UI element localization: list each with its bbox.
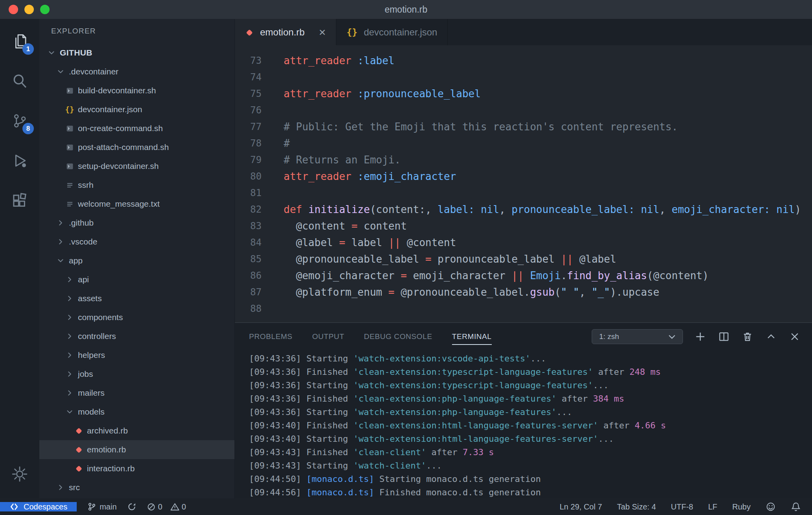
- tab-label: emotion.rb: [260, 27, 304, 38]
- tree-file-devcontainer.json[interactable]: {}devcontainer.json: [39, 100, 234, 119]
- tree-folder-jobs[interactable]: jobs: [39, 365, 234, 383]
- warnings-icon: [170, 502, 179, 511]
- explorer-badge: 1: [22, 43, 34, 55]
- feedback-smiley-button[interactable]: [766, 502, 776, 512]
- sync-button[interactable]: [127, 502, 137, 511]
- panel-tab-debug-console[interactable]: DEBUG CONSOLE: [364, 323, 432, 350]
- code-line-73: 73attr_reader :label: [235, 52, 812, 69]
- tree-folder-.devcontainer[interactable]: .devcontainer: [39, 62, 234, 81]
- tree-folder-helpers[interactable]: helpers: [39, 346, 234, 365]
- code-text: @pronounceable_label = pronounceable_lab…: [284, 251, 616, 267]
- language-indicator[interactable]: Ruby: [732, 502, 751, 511]
- tree-item-label: .devcontainer: [69, 67, 118, 76]
- line-number: 84: [235, 234, 262, 251]
- encoding-indicator[interactable]: UTF-8: [671, 502, 693, 511]
- kill-terminal-button[interactable]: [741, 330, 754, 343]
- code-text: def initialize(content:, label: nil, pro…: [284, 201, 801, 218]
- tree-file-post-attach-command.sh[interactable]: post-attach-command.sh: [39, 138, 234, 157]
- panel-tab-output[interactable]: OUTPUT: [312, 323, 344, 350]
- tree-folder-controllers[interactable]: controllers: [39, 327, 234, 346]
- tree-file-setup-devcontainer.sh[interactable]: setup-devcontainer.sh: [39, 157, 234, 176]
- activity-bar: 18: [0, 19, 39, 498]
- tree-file-archived.rb[interactable]: archived.rb: [39, 421, 234, 440]
- cursor-position[interactable]: Ln 29, Col 7: [559, 502, 602, 511]
- source-control-activity-button[interactable]: 8: [0, 101, 39, 141]
- tree-file-build-devcontainer.sh[interactable]: build-devcontainer.sh: [39, 81, 234, 100]
- settings-gear-button[interactable]: [0, 458, 39, 490]
- ruby-file-icon: [73, 465, 85, 473]
- branch-name: main: [100, 502, 116, 511]
- code-line-74: 74: [235, 69, 812, 85]
- tree-item-label: post-attach-command.sh: [78, 143, 169, 152]
- problems-indicator[interactable]: 0 0: [147, 502, 186, 511]
- titlebar: emotion.rb: [0, 0, 812, 19]
- terminal-output[interactable]: [09:43:36] Starting 'watch-extension:vsc…: [235, 350, 812, 498]
- tree-folder-assets[interactable]: assets: [39, 289, 234, 308]
- tree-file-on-create-command.sh[interactable]: on-create-command.sh: [39, 119, 234, 138]
- tree-folder-api[interactable]: api: [39, 270, 234, 289]
- search-activity-button[interactable]: [0, 61, 39, 101]
- tab-label: devcontainer.json: [364, 27, 437, 38]
- tree-folder-.github[interactable]: .github: [39, 213, 234, 232]
- maximize-panel-button[interactable]: [765, 330, 777, 343]
- tree-folder-components[interactable]: components: [39, 308, 234, 327]
- terminal-line: [09:43:36] Starting 'watch-extension:vsc…: [249, 352, 812, 365]
- panel-tab-terminal[interactable]: TERMINAL: [452, 323, 492, 350]
- tree-item-label: build-devcontainer.sh: [78, 86, 156, 95]
- terminal-line: [09:43:36] Starting 'watch-extension:typ…: [249, 379, 812, 392]
- notifications-bell-button[interactable]: [791, 502, 801, 512]
- tree-folder-src[interactable]: src: [39, 478, 234, 497]
- close-tab-icon[interactable]: ×: [319, 26, 326, 38]
- minimize-window-button[interactable]: [24, 5, 34, 14]
- code-text: # Returns an Emoji.: [284, 152, 400, 168]
- panel-tab-problems[interactable]: PROBLEMS: [249, 323, 292, 350]
- terminal-shell-select[interactable]: 1: zsh: [592, 329, 683, 344]
- chevron-down-icon: [64, 408, 76, 416]
- codespaces-remote-button[interactable]: Codespaces: [0, 502, 77, 511]
- code-line-80: 80attr_reader :emoji_character: [235, 168, 812, 185]
- line-number: 73: [235, 52, 262, 69]
- panel-tabs: PROBLEMSOUTPUTDEBUG CONSOLETERMINAL: [249, 323, 492, 350]
- chevron-right-icon: [55, 483, 66, 492]
- tree-folder-.vscode[interactable]: .vscode: [39, 232, 234, 251]
- code-line-75: 75attr_reader :pronounceable_label: [235, 85, 812, 102]
- tree-root-github[interactable]: GITHUB: [39, 43, 234, 62]
- terminal-line: [09:44:50] [monaco.d.ts] Starting monaco…: [249, 472, 812, 486]
- chevron-right-icon: [64, 275, 76, 284]
- split-terminal-button[interactable]: [718, 330, 730, 343]
- indentation-indicator[interactable]: Tab Size: 4: [617, 502, 656, 511]
- tree-file-emotion.rb[interactable]: emotion.rb: [39, 440, 234, 459]
- tree-file-welcome_message.txt[interactable]: welcome_message.txt: [39, 195, 234, 213]
- new-terminal-button[interactable]: [694, 330, 707, 343]
- ruby-file-icon: [245, 28, 254, 37]
- code-text: #: [284, 135, 290, 152]
- editor-tab-emotion.rb[interactable]: emotion.rb×: [235, 19, 336, 45]
- tree-folder-models[interactable]: models: [39, 402, 234, 421]
- tree-item-label: src: [69, 483, 80, 492]
- tree-file-interaction.rb[interactable]: interaction.rb: [39, 459, 234, 478]
- shell-select-value: 1: zsh: [599, 332, 619, 341]
- tree-folder-app[interactable]: app: [39, 251, 234, 270]
- chevron-down-icon: [55, 67, 66, 76]
- code-editor[interactable]: 73attr_reader :label7475attr_reader :pro…: [235, 45, 812, 322]
- code-text: # Public: Get the Emoji that this reacti…: [284, 119, 678, 135]
- code-line-85: 85 @pronounceable_label = pronounceable_…: [235, 251, 812, 267]
- tree-item-label: .vscode: [69, 237, 97, 246]
- zoom-window-button[interactable]: [40, 5, 50, 14]
- branch-indicator[interactable]: main: [87, 502, 116, 511]
- close-window-button[interactable]: [9, 5, 18, 14]
- tree-folder-mailers[interactable]: mailers: [39, 383, 234, 402]
- warning-count: 0: [182, 502, 186, 511]
- tree-item-label: archived.rb: [87, 426, 128, 435]
- code-line-76: 76: [235, 102, 812, 119]
- close-panel-button[interactable]: [788, 330, 801, 343]
- tree-file-ssrh[interactable]: ssrh: [39, 176, 234, 195]
- eol-indicator[interactable]: LF: [708, 502, 717, 511]
- terminal-line: [09:43:36] Starting 'watch-extension:php…: [249, 406, 812, 419]
- source-control-badge: 8: [22, 123, 34, 134]
- editor-tab-devcontainer.json[interactable]: {}devcontainer.json: [336, 19, 448, 45]
- explorer-activity-button[interactable]: 1: [0, 21, 39, 61]
- ruby-file-icon: [73, 427, 85, 435]
- extensions-activity-button[interactable]: [0, 180, 39, 220]
- run-debug-activity-button[interactable]: [0, 141, 39, 180]
